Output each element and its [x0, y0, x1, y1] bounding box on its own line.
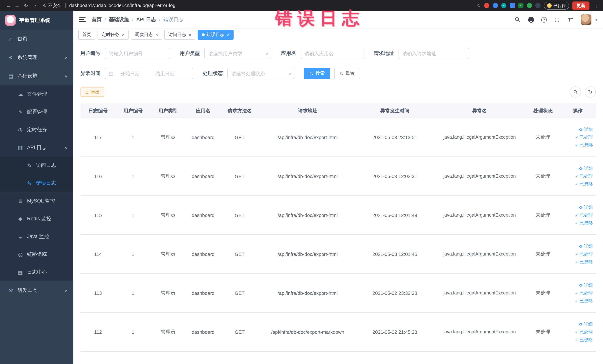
extension-icon[interactable]: V — [501, 3, 506, 8]
avatar-caret-down-icon[interactable]: ▾ — [595, 18, 597, 22]
forward-icon[interactable]: → — [13, 3, 22, 9]
cell-method: GET — [220, 235, 259, 273]
github-icon[interactable] — [528, 16, 534, 23]
search-button[interactable]: 搜索 — [304, 68, 330, 79]
search-icon[interactable] — [515, 16, 521, 23]
extension-icon[interactable] — [484, 3, 489, 8]
sidebar-item-system-management[interactable]: 系统管理 — [0, 48, 73, 67]
address-bar-url[interactable]: dashboard.yudao.iocoder.cn/infra/log/api… — [69, 3, 175, 8]
detail-link[interactable]: 详细 — [561, 320, 593, 328]
chrome-menu-icon[interactable]: ⋮ — [593, 3, 600, 9]
detail-link[interactable]: 详细 — [561, 164, 593, 172]
cell-exception-time: 2021-05-02 23:32:28 — [357, 273, 433, 312]
bookmark-star-icon[interactable]: ☆ — [476, 3, 481, 8]
close-icon[interactable] — [122, 33, 125, 37]
processed-link[interactable]: 已处理 — [561, 211, 593, 219]
user-id-input[interactable] — [105, 48, 170, 59]
breadcrumb-item[interactable]: 首页 — [92, 16, 102, 23]
close-icon[interactable] — [189, 33, 191, 37]
tab-access-log[interactable]: 访问日志 — [164, 30, 195, 40]
sidebar-item-access-log[interactable]: 访问日志 — [0, 156, 73, 174]
refresh-table-button[interactable]: ↻ — [585, 86, 596, 97]
cell-actions: 详细 已处理 已忽略 — [560, 312, 596, 351]
extension-icon[interactable] — [510, 3, 515, 8]
cell-exception-time: 2021-05-03 12:02:31 — [357, 157, 433, 196]
security-chip[interactable]: ⚠ 不安全 — [42, 2, 61, 9]
request-url-input[interactable] — [398, 48, 469, 59]
sidebar-item-config-management[interactable]: 配置管理 — [0, 103, 73, 121]
sidebar-item-home[interactable]: 首页 — [0, 30, 73, 48]
sidebar-item-redis-monitor[interactable]: Redis 监控 — [0, 210, 73, 228]
tab-home[interactable]: 首页 — [78, 30, 95, 40]
process-status-select[interactable] — [227, 68, 294, 79]
ignored-link[interactable]: 已忽略 — [561, 297, 593, 305]
detail-link[interactable]: 详细 — [561, 281, 593, 289]
sidebar-item-trace[interactable]: 链路追踪 — [0, 246, 73, 263]
eye-icon — [579, 283, 583, 287]
sidebar-item-mysql-monitor[interactable]: MySQL 监控 — [0, 192, 73, 210]
ignored-link[interactable]: 已忽略 — [561, 219, 593, 227]
check-icon — [575, 250, 578, 258]
end-date-input[interactable] — [150, 71, 180, 76]
ignored-link[interactable]: 已忽略 — [561, 336, 593, 344]
reset-button[interactable]: 重置 — [334, 68, 360, 79]
extension-icon[interactable] — [535, 3, 541, 8]
ignored-link[interactable]: 已忽略 — [561, 141, 593, 149]
close-icon[interactable] — [227, 33, 230, 37]
reload-icon[interactable]: ↻ — [22, 3, 30, 9]
processed-link[interactable]: 已处理 — [561, 250, 593, 258]
close-icon[interactable] — [155, 33, 158, 37]
breadcrumb-item[interactable]: 基础设施 — [109, 16, 129, 23]
user-avatar[interactable] — [580, 14, 592, 25]
cell-request-url: /api/infra/db-doc/export-html — [259, 118, 357, 157]
processed-link[interactable]: 已处理 — [561, 289, 593, 297]
cell-log-id: 113 — [81, 273, 116, 312]
toggle-search-button[interactable] — [570, 86, 581, 97]
sidebar-item-log-center[interactable]: 日志中心 — [0, 263, 73, 281]
home-icon[interactable]: ⌂ — [30, 3, 39, 9]
eye-icon — [579, 166, 583, 170]
user-type-select[interactable] — [204, 48, 271, 59]
tab-scheduled-jobs[interactable]: 定时任务 — [97, 30, 129, 40]
table-row: 116 1 管理员 dashboard GET /api/infra/db-do… — [81, 157, 596, 196]
update-button[interactable]: 更新 — [572, 1, 590, 10]
cell-exception-name: java.lang.IllegalArgumentException — [433, 312, 526, 351]
sidebar-item-infrastructure[interactable]: 基础设施 — [0, 67, 73, 85]
processed-link[interactable]: 已处理 — [561, 172, 593, 180]
font-size-icon[interactable] — [567, 16, 574, 23]
sidebar-item-file-management[interactable]: 文件管理 — [0, 85, 73, 103]
app-name-input[interactable] — [301, 48, 364, 59]
processed-link[interactable]: 已处理 — [561, 328, 593, 336]
ignored-link[interactable]: 已忽略 — [561, 180, 593, 188]
vpn-extension-icon[interactable]: on — [518, 3, 523, 8]
cell-app-name: dashboard — [186, 273, 220, 312]
detail-link[interactable]: 详细 — [561, 242, 593, 250]
export-button[interactable]: 导出 — [81, 87, 104, 97]
app-logo[interactable]: 芋道管理系统 — [0, 11, 73, 30]
breadcrumb-item[interactable]: API 日志 — [136, 16, 156, 23]
col-user-id: 用户编号 — [116, 104, 151, 118]
collapse-sidebar-icon[interactable] — [79, 17, 86, 22]
api-log-icon — [17, 145, 24, 151]
ignored-link[interactable]: 已忽略 — [561, 258, 593, 266]
sidebar-item-java-monitor[interactable]: Java 监控 — [0, 228, 73, 246]
start-date-input[interactable] — [115, 71, 145, 76]
tab-error-log-active[interactable]: 错误日志 — [197, 30, 233, 40]
detail-link[interactable]: 详细 — [561, 203, 593, 211]
fullscreen-icon[interactable] — [554, 16, 560, 23]
back-icon[interactable]: ← — [4, 3, 13, 9]
date-range-picker[interactable]: - — [105, 68, 193, 79]
sidebar-item-scheduled-jobs[interactable]: 定时任务 — [0, 121, 73, 139]
tab-schedule-log[interactable]: 调度日志 — [131, 30, 162, 40]
help-icon[interactable] — [541, 17, 547, 23]
sidebar-item-api-log[interactable]: API 日志 — [0, 139, 73, 156]
filter-row-1: 用户编号 用户类型 应用名 请求 — [81, 48, 596, 59]
sidebar-item-error-log[interactable]: 错误日志 — [0, 174, 73, 192]
extension-icon[interactable] — [493, 3, 498, 8]
paused-badge[interactable]: 已暂停 — [544, 2, 569, 10]
processed-link[interactable]: 已处理 — [561, 133, 593, 141]
extension-icon[interactable] — [527, 3, 532, 8]
sidebar-item-dev-tools[interactable]: 研发工具 — [0, 281, 73, 300]
detail-link[interactable]: 详细 — [561, 126, 593, 133]
breadcrumb: 首页 / 基础设施 / API 日志 / 错误日志 — [92, 16, 183, 23]
